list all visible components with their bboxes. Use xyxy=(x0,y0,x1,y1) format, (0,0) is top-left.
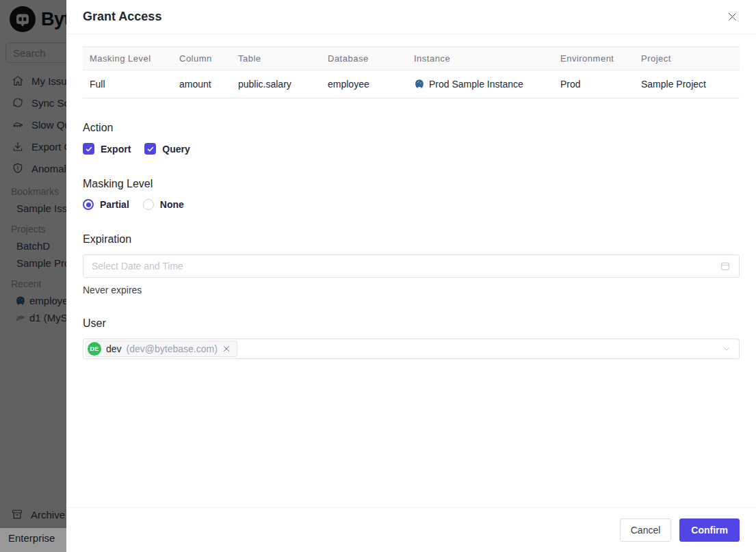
calendar-icon xyxy=(720,261,731,272)
user-section-title: User xyxy=(83,317,740,330)
close-icon xyxy=(727,11,738,23)
checkbox-checked-icon[interactable] xyxy=(144,143,156,155)
dialog-footer: Cancel Confirm xyxy=(66,507,756,552)
user-select[interactable]: DE dev (dev@bytebase.com) xyxy=(83,339,740,359)
none-radio-label: None xyxy=(160,199,184,210)
modal-overlay xyxy=(0,0,66,528)
export-checkbox-option[interactable]: Export xyxy=(83,143,131,155)
user-avatar: DE xyxy=(88,342,101,356)
dialog-header: Grant Access xyxy=(66,0,756,34)
cell-project: Sample Project xyxy=(634,70,740,98)
confirm-button[interactable]: Confirm xyxy=(679,518,740,542)
radio-selected-icon[interactable] xyxy=(83,199,94,210)
query-checkbox-option[interactable]: Query xyxy=(144,143,190,155)
col-header-table: Table xyxy=(231,47,321,70)
remove-user-button[interactable] xyxy=(222,345,231,354)
cell-column: amount xyxy=(172,70,231,98)
expiration-datetime-input[interactable] xyxy=(92,261,720,272)
partial-radio-option[interactable]: Partial xyxy=(83,199,129,210)
cell-environment: Prod xyxy=(553,70,634,98)
col-header-instance: Instance xyxy=(407,47,553,70)
cell-masking-level: Full xyxy=(83,70,172,98)
cell-instance: Prod Sample Instance xyxy=(407,70,553,98)
none-radio-option[interactable]: None xyxy=(143,199,184,210)
col-header-masking-level: Masking Level xyxy=(83,47,172,70)
expiration-section-title: Expiration xyxy=(83,233,740,246)
app-root: Bytebase My Issues Sync Schema Slow Quer… xyxy=(0,0,756,552)
cancel-button[interactable]: Cancel xyxy=(620,518,672,542)
query-checkbox-label: Query xyxy=(162,144,190,155)
dialog-title: Grant Access xyxy=(83,10,161,24)
col-header-database: Database xyxy=(321,47,407,70)
action-section: Action Export Query xyxy=(83,122,740,155)
modal-overlay-footer xyxy=(0,528,66,552)
col-header-environment: Environment xyxy=(553,47,634,70)
masking-level-section: Masking Level Partial None xyxy=(83,178,740,210)
grant-access-dialog: Grant Access Masking Level Column Table … xyxy=(66,0,756,552)
instance-name: Prod Sample Instance xyxy=(429,79,523,90)
checkbox-checked-icon[interactable] xyxy=(83,143,94,155)
col-header-project: Project xyxy=(634,47,740,70)
col-header-column: Column xyxy=(172,47,231,70)
action-section-title: Action xyxy=(83,122,740,134)
expiration-datetime-picker[interactable] xyxy=(83,254,740,278)
chevron-down-icon xyxy=(721,343,732,354)
postgres-icon xyxy=(414,79,425,90)
user-name: dev xyxy=(106,343,122,354)
close-icon xyxy=(222,345,231,353)
close-button[interactable] xyxy=(725,10,740,25)
user-email: (dev@bytebase.com) xyxy=(127,343,218,354)
cell-database: employee xyxy=(321,70,407,98)
user-section: User DE dev (dev@bytebase.com) xyxy=(83,317,740,359)
expiration-section: Expiration Never expires xyxy=(83,233,740,295)
cell-table: public.salary xyxy=(231,70,321,98)
table-row: Full amount public.salary employee Prod … xyxy=(83,70,740,98)
selected-user-tag: DE dev (dev@bytebase.com) xyxy=(86,341,237,357)
table-header-row: Masking Level Column Table Database Inst… xyxy=(83,47,740,70)
access-summary-table: Masking Level Column Table Database Inst… xyxy=(83,47,740,98)
expiration-note: Never expires xyxy=(83,285,740,295)
radio-unselected-icon[interactable] xyxy=(143,199,154,210)
dialog-body: Masking Level Column Table Database Inst… xyxy=(66,34,756,507)
export-checkbox-label: Export xyxy=(101,144,131,155)
partial-radio-label: Partial xyxy=(100,199,129,210)
masking-level-section-title: Masking Level xyxy=(83,178,740,190)
